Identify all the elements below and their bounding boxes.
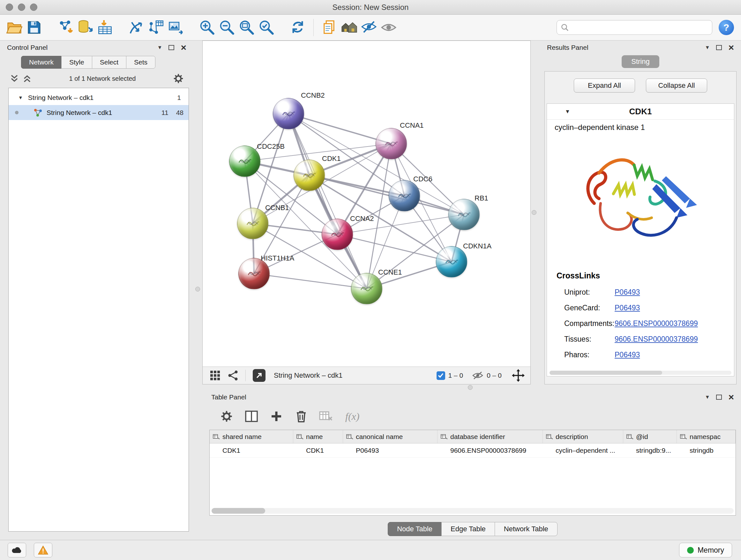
zoom-fit-button[interactable] bbox=[237, 17, 257, 37]
crosslink-link[interactable]: P06493 bbox=[615, 288, 640, 297]
collapse-panel-icon[interactable]: ▼ bbox=[705, 394, 710, 400]
network-overview-icon[interactable] bbox=[227, 370, 239, 381]
search-input[interactable] bbox=[571, 23, 708, 31]
collapse-panel-icon[interactable]: ▼ bbox=[157, 45, 162, 51]
new-network-from-selection-button[interactable] bbox=[126, 17, 146, 37]
disclosure-triangle-icon[interactable]: ▼ bbox=[565, 109, 570, 115]
help-button[interactable]: ? bbox=[719, 20, 734, 35]
network-node-ccnb1[interactable] bbox=[237, 208, 268, 239]
pan-crosshair-icon[interactable] bbox=[512, 369, 525, 382]
zoom-in-button[interactable] bbox=[197, 17, 217, 37]
cell-id[interactable]: stringdb:9... bbox=[623, 443, 677, 457]
tab-select[interactable]: Select bbox=[92, 56, 126, 69]
network-view[interactable]: CCNB2CCNA1CDC25BCDK1CDC6RB1CCNB1CCNA2CDK… bbox=[202, 41, 531, 384]
table-horizontal-scrollbar[interactable] bbox=[212, 508, 734, 514]
tree-root-row[interactable]: ▼ String Network – cdk1 1 bbox=[9, 90, 189, 105]
import-network-database-button[interactable] bbox=[75, 17, 95, 37]
detach-view-button[interactable] bbox=[253, 369, 266, 382]
cell-description[interactable]: cyclin–dependent ... bbox=[543, 443, 623, 457]
selected-checkbox-icon[interactable] bbox=[436, 371, 445, 380]
column-header-description[interactable]: description bbox=[543, 430, 623, 443]
tab-string[interactable]: String bbox=[622, 55, 659, 68]
column-header-id[interactable]: @id bbox=[623, 430, 677, 443]
column-header-canonical-name[interactable]: canonical name bbox=[343, 430, 437, 443]
import-table-button[interactable] bbox=[95, 17, 115, 37]
network-node-hist1h1a[interactable] bbox=[239, 258, 270, 289]
horizontal-splitter-handle[interactable] bbox=[468, 385, 473, 390]
cell-name[interactable]: CDK1 bbox=[293, 443, 343, 457]
home-view-button[interactable] bbox=[339, 17, 359, 37]
close-panel-icon[interactable]: × bbox=[728, 392, 734, 402]
float-panel-icon[interactable] bbox=[716, 395, 722, 400]
cell-namespace[interactable]: stringdb bbox=[677, 443, 736, 457]
disclosure-triangle-icon[interactable]: ▼ bbox=[18, 95, 23, 100]
network-node-rb1[interactable] bbox=[448, 199, 480, 230]
crosslink-link[interactable]: P06493 bbox=[615, 351, 640, 359]
network-node-ccne1[interactable] bbox=[351, 273, 382, 304]
crosslink-link[interactable]: 9606.ENSP00000378699 bbox=[615, 319, 698, 328]
collapse-panel-icon[interactable]: ▼ bbox=[705, 45, 710, 51]
cell-canonical-name[interactable]: P06493 bbox=[343, 443, 437, 457]
memory-button[interactable]: Memory bbox=[679, 543, 732, 557]
new-network-with-table-button[interactable] bbox=[146, 17, 166, 37]
cell-database-identifier[interactable]: 9606.ENSP00000378699 bbox=[437, 443, 543, 457]
hide-selected-button[interactable] bbox=[359, 17, 379, 37]
collapse-all-button[interactable]: Collapse All bbox=[646, 78, 707, 92]
protein-card-header[interactable]: ▼ CDK1 bbox=[547, 104, 734, 120]
column-header-namespace[interactable]: namespac bbox=[677, 430, 736, 443]
crosslink-link[interactable]: P06493 bbox=[615, 304, 640, 312]
network-node-ccna2[interactable] bbox=[322, 219, 353, 250]
warnings-button[interactable] bbox=[34, 543, 52, 557]
tab-style[interactable]: Style bbox=[61, 56, 92, 69]
crosslink-link[interactable]: 9606.ENSP00000378699 bbox=[615, 335, 698, 344]
expand-all-icon[interactable] bbox=[22, 74, 32, 83]
protein-thumbnail-icon bbox=[383, 137, 400, 151]
import-network-file-button[interactable] bbox=[56, 17, 75, 37]
network-node-ccna1[interactable] bbox=[376, 128, 407, 159]
column-header-database-identifier[interactable]: database identifier bbox=[437, 430, 543, 443]
gear-icon[interactable] bbox=[173, 73, 184, 84]
tab-network-table[interactable]: Network Table bbox=[495, 522, 557, 536]
cloud-status-button[interactable] bbox=[8, 543, 26, 557]
show-hidden-button[interactable] bbox=[379, 17, 399, 37]
network-node-cdkn1a[interactable] bbox=[436, 246, 467, 277]
close-panel-icon[interactable]: × bbox=[181, 43, 186, 52]
network-node-cdk1[interactable] bbox=[293, 160, 325, 191]
add-column-button[interactable] bbox=[267, 408, 285, 425]
tab-network[interactable]: Network bbox=[21, 56, 62, 69]
cell-shared-name[interactable]: CDK1 bbox=[210, 443, 293, 457]
copy-document-button[interactable] bbox=[320, 17, 339, 37]
network-node-ccnb2[interactable] bbox=[273, 98, 304, 129]
right-splitter-handle[interactable] bbox=[532, 210, 536, 215]
tree-network-row[interactable]: String Network – cdk1 11 48 bbox=[9, 105, 189, 120]
close-panel-icon[interactable]: × bbox=[728, 43, 734, 52]
network-canvas[interactable]: CCNB2CCNA1CDC25BCDK1CDC6RB1CCNB1CCNA2CDK… bbox=[203, 41, 530, 367]
table-row[interactable]: CDK1 CDK1 P06493 9606.ENSP00000378699 cy… bbox=[210, 443, 736, 457]
column-header-name[interactable]: name bbox=[293, 430, 343, 443]
tab-node-table[interactable]: Node Table bbox=[388, 522, 442, 536]
grid-view-icon[interactable] bbox=[210, 370, 220, 381]
function-builder-button[interactable]: f(x) bbox=[345, 411, 359, 422]
column-header-shared-name[interactable]: shared name bbox=[210, 430, 293, 443]
float-panel-icon[interactable] bbox=[169, 45, 174, 50]
float-panel-icon[interactable] bbox=[716, 45, 722, 50]
zoom-out-button[interactable] bbox=[217, 17, 237, 37]
delete-table-button[interactable] bbox=[317, 408, 335, 425]
save-session-button[interactable] bbox=[24, 17, 44, 37]
scrollbar-thumb[interactable] bbox=[212, 508, 265, 514]
apply-layout-button[interactable] bbox=[288, 17, 308, 37]
open-session-button[interactable] bbox=[4, 17, 24, 37]
collapse-all-icon[interactable] bbox=[10, 74, 19, 83]
expand-all-button[interactable]: Expand All bbox=[574, 78, 635, 92]
export-image-button[interactable] bbox=[166, 17, 186, 37]
network-node-cdc6[interactable] bbox=[389, 180, 420, 211]
delete-column-button[interactable] bbox=[292, 408, 310, 425]
tab-edge-table[interactable]: Edge Table bbox=[441, 522, 495, 536]
left-splitter-handle[interactable] bbox=[195, 287, 200, 292]
results-horizontal-scrollbar[interactable] bbox=[549, 371, 731, 375]
zoom-selected-button[interactable] bbox=[257, 17, 276, 37]
select-columns-button[interactable] bbox=[243, 408, 260, 425]
tab-sets[interactable]: Sets bbox=[126, 56, 155, 69]
table-settings-button[interactable] bbox=[218, 408, 235, 425]
network-node-cdc25b[interactable] bbox=[229, 145, 260, 177]
